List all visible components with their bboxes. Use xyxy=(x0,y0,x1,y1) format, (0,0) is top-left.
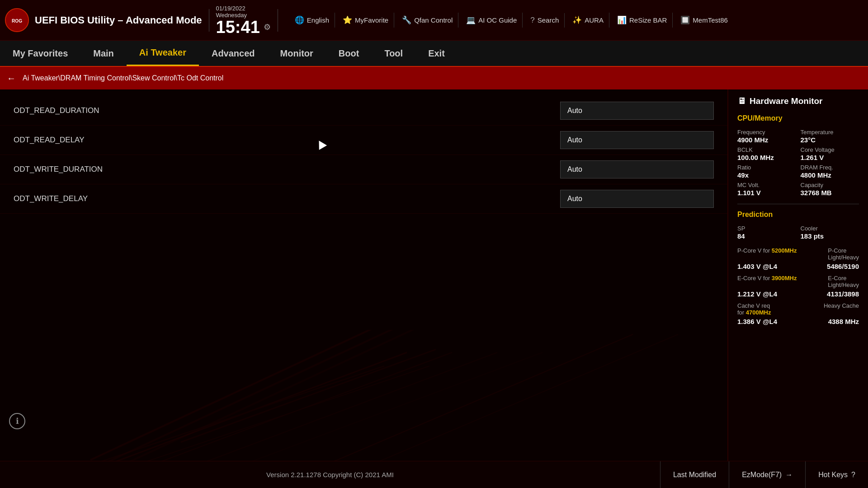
hw-item-mc-volt: MC Volt. 1.101 V xyxy=(737,182,796,197)
footer-actions: Last Modified EzMode(F7) → Hot Keys ? xyxy=(660,461,868,488)
info-icon[interactable]: ℹ xyxy=(9,413,25,429)
nav-ai-tweaker[interactable]: Ai Tweaker xyxy=(127,41,199,66)
question-icon: ? xyxy=(530,16,534,25)
ecore-row: E-Core V for 3900MHz E-CoreLight/Heavy 1… xyxy=(737,275,859,298)
odt-write-delay-label: ODT_WRITE_DELAY xyxy=(14,194,560,203)
header-divider-2 xyxy=(278,9,278,32)
header: ROG UEFI BIOS Utility – Advanced Mode 01… xyxy=(0,0,868,41)
odt-read-duration-box[interactable]: Auto xyxy=(560,102,714,120)
odt-write-duration-box[interactable]: Auto xyxy=(560,160,714,178)
aura-icon: ✨ xyxy=(572,15,582,25)
tool-memtest-label: MemTest86 xyxy=(693,16,728,24)
hw-item-temperature: Temperature 23°C xyxy=(801,129,859,144)
tool-resizebar[interactable]: 📊 ReSize BAR xyxy=(612,13,673,28)
hot-keys-button[interactable]: Hot Keys ? xyxy=(805,461,868,488)
monitor-screen-icon: 🖥 xyxy=(737,96,746,106)
odt-read-delay-value[interactable]: Auto xyxy=(560,131,714,149)
nav-monitor[interactable]: Monitor xyxy=(268,41,326,66)
globe-icon: 🌐 xyxy=(295,15,304,25)
odt-read-delay-label: ODT_READ_DELAY xyxy=(14,136,560,145)
resize-icon: 📊 xyxy=(617,15,627,25)
nav-my-favorites[interactable]: My Favorites xyxy=(0,41,80,66)
nav-boot[interactable]: Boot xyxy=(326,41,372,66)
hw-item-sp: SP 84 xyxy=(737,225,796,240)
last-modified-label: Last Modified xyxy=(673,471,716,479)
ecore-type-label: E-CoreLight/Heavy xyxy=(828,275,859,288)
ez-mode-button[interactable]: EzMode(F7) → xyxy=(729,461,805,488)
setting-row-odt-read-duration: ODT_READ_DURATION Auto xyxy=(0,96,727,126)
tool-english-label: English xyxy=(307,16,329,24)
logo-area: ROG UEFI BIOS Utility – Advanced Mode xyxy=(5,8,202,33)
heavy-cache-label: Heavy Cache xyxy=(824,302,859,316)
breadcrumb-text: Ai Tweaker\DRAM Timing Control\Skew Cont… xyxy=(23,74,223,82)
hw-item-core-voltage: Core Voltage 1.261 V xyxy=(801,146,859,161)
ecore-freq: 3900MHz xyxy=(772,275,797,282)
tool-aioc-label: AI OC Guide xyxy=(478,16,517,24)
pcore-label: P-Core V for 5200MHz xyxy=(737,247,797,261)
nav-tool[interactable]: Tool xyxy=(372,41,415,66)
version-text: Version 2.21.1278 Copyright (C) 2021 AMI xyxy=(0,471,660,479)
tool-search[interactable]: ? Search xyxy=(525,13,565,28)
pcore-type-label: P-CoreLight/Heavy xyxy=(828,247,859,261)
settings-gear-icon[interactable]: ⚙ xyxy=(264,22,271,32)
pcore-row: P-Core V for 5200MHz P-CoreLight/Heavy 1… xyxy=(737,247,859,270)
odt-write-delay-box[interactable]: Auto xyxy=(560,190,714,208)
cache-row: Cache V reqfor 4700MHz Heavy Cache 1.386… xyxy=(737,302,859,325)
hw-item-bclk: BCLK 100.00 MHz xyxy=(737,146,796,161)
ez-mode-label: EzMode(F7) xyxy=(742,471,782,479)
tool-english[interactable]: 🌐 English xyxy=(289,13,335,28)
ecore-label: E-Core V for 3900MHz xyxy=(737,275,797,288)
prediction-section-title: Prediction xyxy=(737,211,859,219)
svg-text:ROG: ROG xyxy=(12,19,22,23)
cache-speed: 4388 MHz xyxy=(828,318,859,325)
odt-write-duration-value[interactable]: Auto xyxy=(560,160,714,178)
nav-advanced[interactable]: Advanced xyxy=(199,41,268,66)
ecore-voltage: 1.212 V @L4 xyxy=(737,290,777,298)
datetime-area: 01/19/2022Wednesday 15:41 ⚙ xyxy=(216,5,271,36)
back-arrow-icon[interactable]: ← xyxy=(7,73,16,84)
cache-label: Cache V reqfor 4700MHz xyxy=(737,302,771,316)
memtest-icon: 🔲 xyxy=(680,15,690,25)
cache-voltage: 1.386 V @L4 xyxy=(737,318,777,325)
hw-item-cooler: Cooler 183 pts xyxy=(801,225,859,240)
tool-aioc[interactable]: 💻 AI OC Guide xyxy=(461,13,523,28)
odt-read-duration-label: ODT_READ_DURATION xyxy=(14,106,560,115)
hw-item-capacity: Capacity 32768 MB xyxy=(801,182,859,197)
last-modified-button[interactable]: Last Modified xyxy=(660,461,729,488)
tool-qfan-label: Qfan Control xyxy=(414,16,453,24)
odt-read-duration-value[interactable]: Auto xyxy=(560,102,714,120)
hot-keys-label: Hot Keys xyxy=(818,471,848,479)
nav-main[interactable]: Main xyxy=(80,41,127,66)
prediction-grid: SP 84 Cooler 183 pts xyxy=(737,225,859,240)
odt-read-delay-box[interactable]: Auto xyxy=(560,131,714,149)
hw-divider xyxy=(737,204,859,204)
pcore-voltage: 1.403 V @L4 xyxy=(737,263,777,270)
tool-qfan[interactable]: 🔧 Qfan Control xyxy=(396,13,458,28)
pcore-speed: 5486/5190 xyxy=(827,263,859,270)
odt-write-duration-label: ODT_WRITE_DURATION xyxy=(14,165,560,174)
main-content: ODT_READ_DURATION Auto ODT_READ_DELAY Au… xyxy=(0,89,868,461)
pcore-freq: 5200MHz xyxy=(772,247,797,254)
hw-item-ratio: Ratio 49x xyxy=(737,164,796,179)
odt-write-delay-value[interactable]: Auto xyxy=(560,190,714,208)
star-icon: ⭐ xyxy=(343,15,352,25)
tool-myfavorite[interactable]: ⭐ MyFavorite xyxy=(337,13,394,28)
nav-bar: My Favorites Main Ai Tweaker Advanced Mo… xyxy=(0,41,868,67)
tool-search-label: Search xyxy=(538,16,559,24)
hot-keys-icon: ? xyxy=(851,471,855,479)
setting-row-odt-write-delay: ODT_WRITE_DELAY Auto xyxy=(0,184,727,214)
tool-memtest[interactable]: 🔲 MemTest86 xyxy=(675,13,733,28)
tool-resizebar-label: ReSize BAR xyxy=(629,16,667,24)
cpu-memory-grid: Frequency 4900 MHz Temperature 23°C BCLK… xyxy=(737,129,859,197)
nav-exit[interactable]: Exit xyxy=(415,41,458,66)
clock: 15:41 xyxy=(216,19,260,36)
cpu-memory-section-title: CPU/Memory xyxy=(737,114,859,122)
settings-panel: ODT_READ_DURATION Auto ODT_READ_DELAY Au… xyxy=(0,89,728,461)
setting-row-odt-write-duration: ODT_WRITE_DURATION Auto xyxy=(0,155,727,184)
ecore-speed: 4131/3898 xyxy=(827,290,859,298)
tool-aura[interactable]: ✨ AURA xyxy=(567,13,609,28)
breadcrumb: ← Ai Tweaker\DRAM Timing Control\Skew Co… xyxy=(0,67,868,89)
cpu-icon: 💻 xyxy=(466,15,476,25)
hw-item-frequency: Frequency 4900 MHz xyxy=(737,129,796,144)
tool-myfavorite-label: MyFavorite xyxy=(355,16,388,24)
